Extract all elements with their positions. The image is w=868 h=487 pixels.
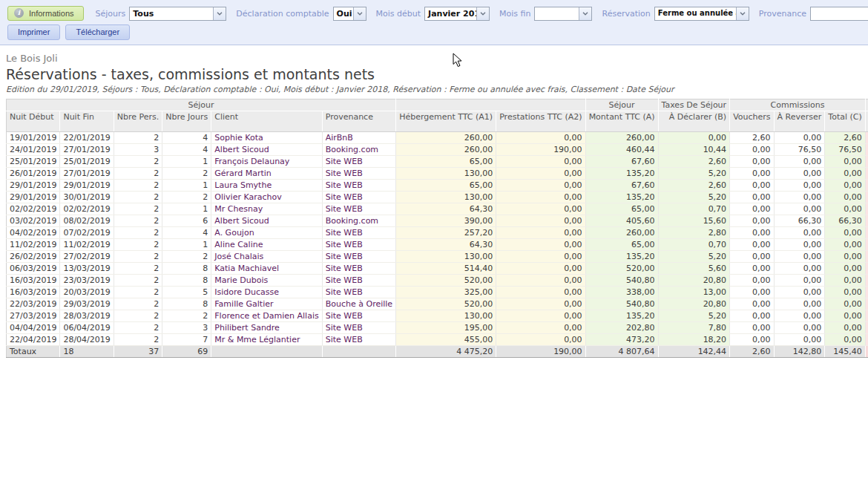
- table-cell: 257,40: [865, 132, 868, 144]
- table-cell: 08/02/2019: [60, 215, 114, 227]
- table-cell: 0,00: [825, 239, 865, 251]
- table-cell: 65,00: [865, 156, 868, 168]
- table-cell: 0,00: [496, 275, 585, 287]
- table-cell: 5,20: [658, 192, 730, 203]
- table-cell: 0,00: [730, 287, 774, 298]
- table-cell: 0,00: [496, 239, 585, 251]
- info-icon: i: [14, 8, 24, 18]
- table-cell: 19/01/2019: [7, 132, 60, 144]
- table-cell: 64,30: [396, 239, 496, 251]
- table-cell: 26/02/2019: [7, 251, 60, 263]
- table-cell: 5: [162, 287, 211, 298]
- table-row: 22/03/201929/03/201928Famille GaltierBou…: [7, 298, 868, 310]
- table-cell: 2: [114, 132, 162, 144]
- table-cell: 0,00: [496, 263, 585, 275]
- table-cell: 130,00: [396, 251, 496, 263]
- table-cell: 02/02/2019: [7, 203, 60, 215]
- print-button[interactable]: Imprimer: [7, 24, 60, 40]
- table-cell: 257,20: [396, 227, 496, 239]
- table-cell: 2,60: [658, 180, 730, 192]
- table-cell: Isidore Ducasse: [211, 287, 322, 298]
- table-cell: 2: [114, 310, 162, 322]
- table-cell: Site WEB: [322, 310, 395, 322]
- table-cell: 2: [114, 263, 162, 275]
- reservation-select[interactable]: Ferme ou annulée avec frais: [654, 7, 749, 21]
- table-cell: 195,00: [865, 322, 868, 334]
- table-cell: 2,60: [658, 156, 730, 168]
- reservation-label: Réservation: [602, 9, 650, 19]
- table-cell: 460,44: [585, 144, 658, 156]
- table-cell: Aline Caline: [211, 239, 322, 251]
- table-cell: Katia Machiavel: [211, 263, 322, 275]
- table-cell: 260,00: [585, 132, 658, 144]
- table-cell: 5,20: [658, 251, 730, 263]
- column-header: Prestations TTC (A2): [496, 111, 585, 132]
- table-cell: 11/02/2019: [60, 239, 114, 251]
- table-cell: 455,00: [396, 334, 496, 346]
- provenance-select[interactable]: [810, 7, 868, 21]
- filter-mois-debut: Mois début Janvier 2018: [376, 7, 490, 21]
- table-cell: 2: [114, 215, 162, 227]
- table-cell: 405,60: [585, 215, 658, 227]
- totals-row: Totaux1837694 475,20190,004 807,64142,44…: [7, 346, 868, 358]
- table-cell: Florence et Damien Allais: [211, 310, 322, 322]
- table-cell: 130,00: [396, 192, 496, 203]
- table-cell: 16/03/2019: [7, 275, 60, 287]
- table-row: 29/01/201929/01/201921Laura SmytheSite W…: [7, 180, 868, 192]
- column-group-header: [396, 99, 586, 111]
- declaration-select[interactable]: Oui: [333, 7, 366, 21]
- table-cell: 135,20: [585, 251, 658, 263]
- table-row: 04/04/201906/04/201923Philibert SandreSi…: [7, 322, 868, 334]
- table-cell: 65,00: [396, 180, 496, 192]
- informations-button-label: Informations: [29, 9, 74, 18]
- table-cell: François Delaunay: [211, 156, 322, 168]
- table-cell: 520,00: [865, 298, 868, 310]
- table-cell: 06/03/2019: [7, 263, 60, 275]
- app-window: i Informations Séjours Tous Déclaration …: [0, 0, 868, 487]
- table-cell: 07/02/2019: [60, 227, 114, 239]
- table-cell: 325,00: [396, 287, 496, 298]
- table-cell: 10,44: [658, 144, 730, 156]
- table-cell: 0,00: [496, 227, 585, 239]
- table-row: 26/02/201927/02/201922José ChalaisSite W…: [7, 251, 868, 263]
- table-cell: 0,00: [730, 251, 774, 263]
- table-cell: 2: [162, 192, 211, 203]
- table-cell: 18,20: [658, 334, 730, 346]
- table-cell: 338,00: [585, 287, 658, 298]
- table-cell: Sophie Kota: [211, 132, 322, 144]
- sejours-select[interactable]: Tous: [129, 7, 226, 21]
- table-cell: 28/03/2019: [60, 310, 114, 322]
- table-cell: 0,00: [774, 180, 825, 192]
- table-cell: 0,00: [730, 275, 774, 287]
- table-cell: 2: [162, 251, 211, 263]
- table-cell: 455,00: [865, 334, 868, 346]
- column-group-header: Séjour: [7, 99, 396, 111]
- table-cell: 5,20: [658, 168, 730, 180]
- table-cell: 2: [114, 275, 162, 287]
- mois-fin-select[interactable]: [534, 7, 592, 21]
- table-cell: Philibert Sandre: [211, 322, 322, 334]
- table-cell: 0,00: [774, 263, 825, 275]
- table-cell: 130,00: [396, 310, 496, 322]
- edition-line: Edition du 29/01/2019, Séjours : Tous, D…: [6, 85, 868, 94]
- table-cell: 2,60: [730, 132, 774, 144]
- table-cell: 260,00: [585, 227, 658, 239]
- table-cell: Site WEB: [322, 192, 395, 203]
- table-cell: 5,60: [658, 263, 730, 275]
- table-row: 25/01/201925/01/201921François DelaunayS…: [7, 156, 868, 168]
- table-cell: 520,00: [396, 298, 496, 310]
- table-cell: 2: [114, 239, 162, 251]
- mois-debut-select[interactable]: Janvier 2018: [424, 7, 490, 21]
- table-row: 11/02/201911/02/201921Aline CalineSite W…: [7, 239, 868, 251]
- download-button[interactable]: Télécharger: [65, 24, 130, 40]
- informations-button[interactable]: i Informations: [7, 6, 84, 21]
- totals-cell: 142,44: [658, 346, 730, 358]
- table-cell: 76,50: [774, 144, 825, 156]
- table-cell: 2: [114, 287, 162, 298]
- table-cell: 323,70: [865, 215, 868, 227]
- filter-provenance: Provenance: [759, 7, 868, 21]
- totals-cell: 37: [114, 346, 162, 358]
- page-title: Réservations - taxes, commissions et mon…: [6, 66, 868, 82]
- table-cell: Famille Galtier: [211, 298, 322, 310]
- table-cell: 65,00: [865, 180, 868, 192]
